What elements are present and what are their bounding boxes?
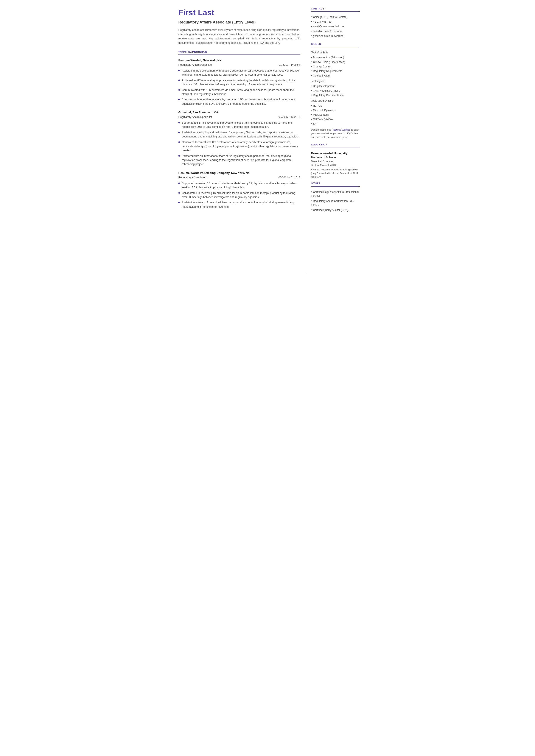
edu-school: Resume Worded University (311, 151, 360, 156)
list-item: Complied with federal regulations by pre… (178, 98, 300, 106)
list-item: SAP (311, 122, 360, 126)
skills-technical-label: Technical Skills: (311, 51, 360, 54)
resume-worded-note: Don't forget to use Resume Worded to sca… (311, 128, 360, 139)
bullet-icon (178, 141, 180, 143)
edu-location-date: Boston, MA — 05/2012 (311, 163, 360, 167)
edu-field: Biological Sciences (311, 160, 360, 163)
job-dates-1: 01/2019 – Present (279, 63, 300, 67)
job-block-2: Growthsi, San Francisco, CA Regulatory A… (178, 110, 300, 166)
list-item: Achieved an 80% regulatory approval rate… (178, 78, 300, 87)
list-item: Microsoft Dynamics (311, 108, 360, 112)
list-item: Collaborated in reviewing 1K clinical tr… (178, 191, 300, 199)
skills-header: SKILLS (311, 42, 360, 47)
list-item: Spearheaded 17 initiatives that improved… (178, 121, 300, 129)
other-header: OTHER (311, 182, 360, 186)
job-company-1: Resume Worded, New York, NY (178, 58, 300, 63)
list-item: MicroStrategy (311, 113, 360, 117)
list-item: Change Control (311, 65, 360, 69)
skills-technical-list: Pharmaceutics (Advanced) Clinical Trials… (311, 56, 360, 77)
skills-tools-list: HCPCS Microsoft Dynamics MicroStrategy Q… (311, 104, 360, 126)
job-company-2: Growthsi, San Francisco, CA (178, 110, 300, 115)
resume-worded-link[interactable]: Resume Worded (332, 129, 351, 131)
list-item: Regulatory Documentation (311, 93, 360, 97)
job-bullets-3: Supported reviewing 15 research studies … (178, 181, 300, 209)
list-item: Pharmaceutics (Advanced) (311, 56, 360, 59)
candidate-summary: Regulatory affairs associate with over 8… (178, 28, 300, 45)
bullet-icon (178, 89, 180, 91)
job-company-3: Resume Worded's Exciting Company, New Yo… (178, 171, 300, 175)
list-item: Assisted in developing and maintaining 2… (178, 131, 300, 139)
list-item: +1-234-456-789 (311, 20, 360, 24)
list-item: Regulatory Requirements (311, 69, 360, 73)
list-item: Drug Development (311, 84, 360, 88)
left-column: First Last Regulatory Affairs Associate … (171, 0, 306, 274)
list-item: QlikTech QlikView (311, 117, 360, 121)
education-block: Resume Worded University Bachelor of Sci… (311, 151, 360, 179)
list-item: email@resumeworded.com (311, 25, 360, 28)
other-list: Certified Regulatory Affairs Professiona… (311, 190, 360, 212)
list-item: github.com/resumeworded (311, 34, 360, 38)
bullet-icon (178, 79, 180, 81)
bullet-icon (178, 183, 180, 184)
edu-awards: Awards: Resume Worded Teaching Fellow (o… (311, 168, 360, 179)
contact-list: Chicago, IL (Open to Remote) +1-234-456-… (311, 15, 360, 38)
bullet-icon (178, 131, 180, 133)
bullet-icon (178, 192, 180, 194)
list-item: Assisted in the development of regulator… (178, 69, 300, 77)
job-bullets-1: Assisted in the development of regulator… (178, 69, 300, 106)
list-item: Clinical Trials (Experienced) (311, 60, 360, 64)
job-bullets-2: Spearheaded 17 initiatives that improved… (178, 121, 300, 166)
job-role-3: Regulatory Affairs Intern (178, 176, 207, 180)
job-role-1: Regulatory Affairs Associate (178, 63, 212, 67)
bullet-icon (178, 202, 180, 203)
work-experience-header: WORK EXPERIENCE (178, 50, 300, 55)
skills-techniques-label: Techniques: (311, 79, 360, 83)
job-dates-3: 06/2012 – 01/2015 (278, 176, 300, 180)
job-meta-3: Regulatory Affairs Intern 06/2012 – 01/2… (178, 176, 300, 180)
list-item: HCPCS (311, 104, 360, 108)
list-item: Generated technical files like declarati… (178, 140, 300, 153)
job-block-1: Resume Worded, New York, NY Regulatory A… (178, 58, 300, 106)
edu-degree: Bachelor of Science (311, 156, 360, 160)
list-item: Communicated with 10K customers via emai… (178, 88, 300, 97)
note-prefix: Don't forget to use (311, 129, 332, 131)
job-meta-2: Regulatory Affairs Specialist 02/2015 – … (178, 115, 300, 119)
candidate-name: First Last (178, 7, 300, 18)
list-item: CMC Regulatory Affairs (311, 89, 360, 93)
skills-tools-label: Tools and Software (311, 99, 360, 103)
candidate-title: Regulatory Affairs Associate (Entry Leve… (178, 19, 300, 25)
job-dates-2: 02/2015 – 12/2018 (278, 115, 300, 119)
list-item: Assisted in training 17 new physicians o… (178, 201, 300, 209)
bullet-icon (178, 70, 180, 71)
list-item: Certified Regulatory Affairs Professiona… (311, 190, 360, 198)
bullet-icon (178, 122, 180, 124)
list-item: Certified Quality Auditor (CQA). (311, 208, 360, 212)
list-item: Quality System (311, 74, 360, 77)
bullet-icon (178, 99, 180, 100)
job-meta-1: Regulatory Affairs Associate 01/2019 – P… (178, 63, 300, 67)
list-item: Partnered with an international team of … (178, 154, 300, 166)
list-item: Supported reviewing 15 research studies … (178, 181, 300, 190)
job-block-3: Resume Worded's Exciting Company, New Yo… (178, 171, 300, 209)
bullet-icon (178, 155, 180, 157)
job-role-2: Regulatory Affairs Specialist (178, 115, 212, 119)
list-item: linkedin.com/in/username (311, 29, 360, 33)
list-item: Regulatory Affairs Certification - US (R… (311, 199, 360, 207)
contact-header: CONTACT (311, 7, 360, 12)
list-item: Chicago, IL (Open to Remote) (311, 15, 360, 19)
education-header: EDUCATION (311, 143, 360, 148)
skills-techniques-list: Drug Development CMC Regulatory Affairs … (311, 84, 360, 97)
right-column: CONTACT Chicago, IL (Open to Remote) +1-… (306, 0, 364, 274)
